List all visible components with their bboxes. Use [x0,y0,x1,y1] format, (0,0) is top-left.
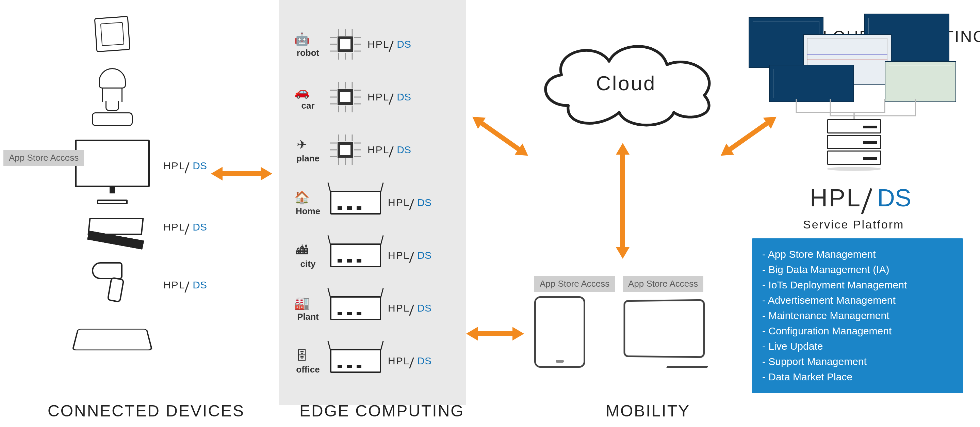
hplds-logo: HPLDS [388,197,431,209]
edge-row-office: 🗄officeHPLDS [293,337,456,385]
monitor-icon [75,140,150,187]
coffee-icon [92,68,133,126]
section-title-devices: Connected Devices [48,402,245,420]
svg-rect-27 [340,92,350,102]
mobility-tablet-icon [534,296,585,368]
hplds-logo: HPLDS [368,91,411,103]
edge-row-plant: 🏭PlantHPLDS [293,284,456,332]
router-icon [330,296,381,320]
section-title-edge: Edge Computing [299,402,465,420]
edge-label: office [293,364,323,375]
edge-row-plane: ✈plane HPLDS [293,126,456,174]
service-feature-item: - IoTs Deployment Management [762,277,953,293]
service-feature-item: - Maintenance Management [762,308,953,323]
device-scale [75,320,150,357]
arrow-cloud-mobility [616,143,630,259]
hplds-logo: HPLDS [388,250,431,261]
diagram-stage: Connected Devices Edge Computing Mobilit… [0,0,980,427]
hplds-logo-monitor: HPLDS [163,160,207,172]
thermostat-icon [94,16,130,53]
city-icon: 🏙 [293,242,311,259]
device-drill [92,259,133,300]
mobility-desktop-icon [616,296,714,368]
edge-label: robot [293,48,323,58]
arrow-edge-cloud [469,111,532,161]
chip-icon [330,82,361,112]
service-platform-label: Service Platform [803,218,904,231]
edge-label: plane [293,153,323,164]
cloud: Cloud [531,27,721,129]
router-icon [330,244,381,267]
edge-label: city [293,259,323,269]
cloud-label: Cloud [531,72,721,95]
car-icon: 🚗 [293,83,311,100]
edge-label: Plant [293,312,323,322]
service-features: - App Store Management - Big Data Manage… [752,238,963,393]
service-feature-item: - Configuration Management [762,323,953,338]
edge-row-car: 🚗car HPLDS [293,73,456,121]
device-set-top-box [89,218,143,235]
app-store-access-badge-tablet: App Store Access [534,276,615,292]
scale-icon [72,329,153,351]
dashboard-thumb-icon [885,61,956,102]
edge-row-city: 🏙cityHPLDS [293,231,456,279]
edge-label: Home [293,206,323,217]
service-feature-item: - App Store Management [762,247,953,262]
router-icon [330,191,381,215]
hplds-logo: HPLDS [368,144,411,156]
drill-icon [92,259,133,300]
hplds-logo: HPLDS [388,355,431,367]
home-icon: 🏠 [293,189,311,206]
app-store-access-badge-desk: App Store Access [623,276,703,292]
svg-rect-13 [340,39,350,49]
section-title-mobility: Mobility [606,402,690,420]
hplds-logo-main: HPLDS [810,184,911,212]
svg-rect-41 [340,145,350,155]
settop-icon [88,218,143,235]
chip-icon [330,134,361,165]
hplds-logo-drill: HPLDS [163,279,207,291]
hplds-logo: HPLDS [388,303,431,314]
device-coffee-machine [92,68,133,126]
router-icon [330,349,381,373]
arrow-edge-mobility [466,327,524,341]
edge-row-robot: 🤖robot HPLDS [293,21,456,68]
dashboard-thumb-icon [769,65,854,102]
arrow-cloud-cloudcomp [717,111,781,161]
plane-icon: ✈ [293,136,311,153]
edge-label: car [293,100,323,111]
robot-icon: 🤖 [293,31,311,48]
edge-row-home: 🏠HomeHPLDS [293,179,456,226]
service-feature-item: - Support Management [762,354,953,369]
service-feature-item: - Live Update [762,338,953,354]
office-icon: 🗄 [293,347,311,364]
device-monitor [75,140,150,204]
service-feature-item: - Advertisement Management [762,293,953,308]
hplds-logo: HPLDS [368,38,411,50]
service-feature-item: - Data Market Place [762,369,953,384]
app-store-access-badge: App Store Access [3,150,84,166]
chip-icon [330,29,361,60]
device-thermostat [95,17,129,51]
plant-icon: 🏭 [293,295,311,312]
hplds-logo-stb: HPLDS [163,221,207,233]
service-feature-item: - Big Data Management (IA) [762,262,953,277]
dashboards-cluster [749,14,959,102]
arrow-devices-edge [211,167,272,180]
server-icon [827,119,881,167]
